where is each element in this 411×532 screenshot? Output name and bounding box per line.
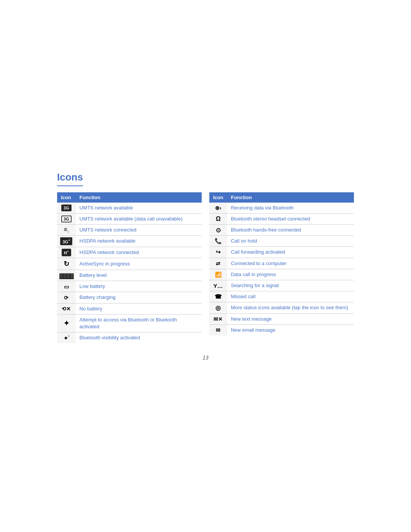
function-cell: Battery charging — [76, 292, 202, 303]
icon-cell: Ω — [209, 213, 227, 224]
function-cell: HSDPA network connected — [76, 247, 202, 258]
table-row: ⟲✕No battery — [57, 303, 202, 314]
function-cell: New text message — [227, 313, 354, 324]
function-cell: UMTS network available — [76, 203, 202, 214]
table-row: ◎More status icons available (tap the ic… — [209, 302, 354, 313]
table-row: ⊕›Receiving data via Bluetooth — [209, 203, 354, 214]
icon-cell: ▭ — [57, 281, 76, 292]
function-cell: Low battery — [76, 281, 202, 292]
function-cell: UMTS network connected — [76, 225, 202, 236]
table-row: ΩBluetooth stereo headset connected — [209, 213, 354, 224]
icon-cell: ⟳ — [57, 292, 76, 303]
icon-cell: ✉ — [209, 324, 227, 335]
function-cell: Missed call — [227, 291, 354, 302]
table-row: ⊙Bluetooth hands-free connected — [209, 225, 354, 236]
function-cell: Call forwarding activated — [227, 247, 354, 258]
icon-cell: ⇄ — [209, 258, 227, 269]
left-col-func-header: Function — [76, 192, 202, 203]
function-cell: No battery — [76, 303, 202, 314]
icon-cell: ✉✕ — [209, 313, 227, 324]
icon-cell: ◎ — [209, 302, 227, 313]
table-row: H+HSDPA network connected — [57, 247, 202, 258]
table-row: ✉✕New text message — [209, 313, 354, 324]
table-row: ✦°Bluetooth visibility activated — [57, 332, 202, 343]
right-col-icon-header: Icon — [209, 192, 227, 203]
left-icon-table: Icon Function 3GUMTS network available3G… — [57, 192, 202, 343]
table-row: ↻ActiveSync in progress — [57, 258, 202, 270]
table-row: ≡↑UMTS network connected — [57, 225, 202, 236]
function-cell: New email message — [227, 324, 354, 335]
page-container: Icons Icon Function 3GUMTS network avail… — [57, 156, 354, 376]
icon-cell: ⊙ — [209, 225, 227, 236]
table-row: 📶Data call in progress — [209, 269, 354, 280]
icon-cell: ≡↑ — [57, 225, 76, 236]
table-row: 3G+HSDPA network available — [57, 236, 202, 247]
function-cell: Battery level — [76, 270, 202, 281]
function-cell: UMTS network available (data call unavai… — [76, 213, 202, 224]
left-col-icon-header: Icon — [57, 192, 76, 203]
table-row: ⇄Connected to a computer — [209, 258, 354, 269]
icon-cell: 📶 — [209, 269, 227, 280]
function-cell: Connected to a computer — [227, 258, 354, 269]
icon-cell: H+ — [57, 247, 76, 258]
right-icon-table: Icon Function ⊕›Receiving data via Bluet… — [209, 192, 354, 335]
right-col-func-header: Function — [227, 192, 354, 203]
function-cell: Bluetooth visibility activated — [76, 332, 202, 343]
icon-cell: 3G — [57, 203, 76, 214]
icon-cell: ✦ — [57, 314, 76, 332]
icon-cell: ⟲✕ — [57, 303, 76, 314]
icon-cell: 📞 — [209, 236, 227, 247]
function-cell: ActiveSync in progress — [76, 258, 202, 270]
icon-cell: ⊕› — [209, 203, 227, 214]
function-cell: Data call in progress — [227, 269, 354, 280]
table-row: ✦Attempt to access via Bluetooth or Blue… — [57, 314, 202, 332]
icon-cell: ↻ — [57, 258, 76, 270]
table-row: ↪Call forwarding activated — [209, 247, 354, 258]
tables-row: Icon Function 3GUMTS network available3G… — [57, 192, 354, 343]
icon-cell: 3G — [57, 213, 76, 224]
section-title: Icons — [57, 171, 83, 186]
table-row: 📞Call on hold — [209, 236, 354, 247]
table-row: Y…Searching for a signal — [209, 280, 354, 291]
table-row: ⟳Battery charging — [57, 292, 202, 303]
function-cell: Searching for a signal — [227, 280, 354, 291]
table-row: ▭Low battery — [57, 281, 202, 292]
table-row: ▓▓▓▓Battery level — [57, 270, 202, 281]
icon-cell: ▓▓▓▓ — [57, 270, 76, 281]
icon-cell: ✦° — [57, 332, 76, 343]
table-row: 3GUMTS network available (data call unav… — [57, 213, 202, 224]
function-cell: Receiving data via Bluetooth — [227, 203, 354, 214]
function-cell: Call on hold — [227, 236, 354, 247]
function-cell: Bluetooth stereo headset connected — [227, 213, 354, 224]
function-cell: More status icons available (tap the ico… — [227, 302, 354, 313]
table-row: 3GUMTS network available — [57, 203, 202, 214]
function-cell: Bluetooth hands-free connected — [227, 225, 354, 236]
icon-cell: ☎ — [209, 291, 227, 302]
function-cell: Attempt to access via Bluetooth or Bluet… — [76, 314, 202, 332]
icon-cell: ↪ — [209, 247, 227, 258]
table-row: ✉New email message — [209, 324, 354, 335]
page-number: 13 — [57, 355, 354, 361]
icon-cell: Y… — [209, 280, 227, 291]
function-cell: HSDPA network available — [76, 236, 202, 247]
table-row: ☎Missed call — [209, 291, 354, 302]
icon-cell: 3G+ — [57, 236, 76, 247]
